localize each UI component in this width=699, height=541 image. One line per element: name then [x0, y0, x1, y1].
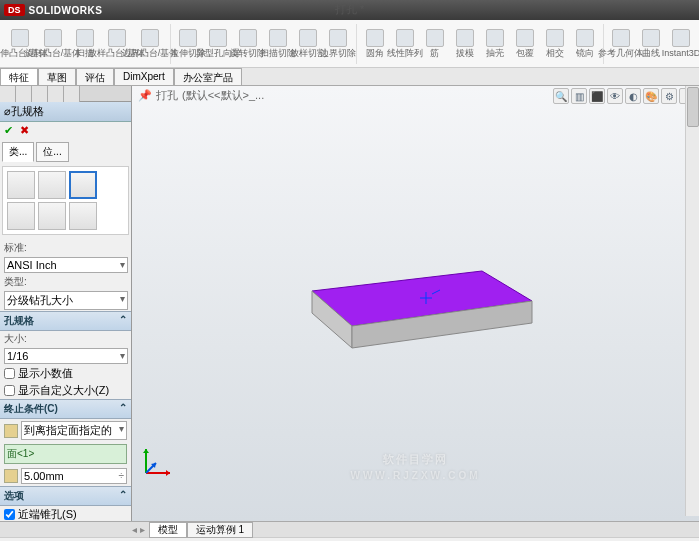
model-geometry[interactable] — [302, 236, 542, 376]
ribbon-icon — [576, 29, 594, 47]
ribbon-label: 边界切除 — [320, 48, 356, 58]
orientation-triad[interactable] — [138, 441, 178, 481]
display-style-icon[interactable]: 👁 — [607, 88, 623, 104]
decimal-checkbox[interactable] — [4, 368, 15, 379]
search-icon[interactable]: 🔍 — [553, 88, 569, 104]
ribbon-放样切割[interactable]: 放样切割 — [294, 27, 322, 60]
size-dropdown[interactable]: 1/16 — [4, 348, 128, 364]
config-tab[interactable] — [32, 86, 48, 102]
bottom-tab-模型[interactable]: 模型 — [149, 522, 187, 538]
hole-type-5[interactable] — [38, 202, 66, 230]
ribbon-参考几何体[interactable]: 参考几何体 — [607, 27, 635, 60]
breadcrumb: 📌 打孔 (默认<<默认>_... — [138, 88, 264, 103]
ribbon-扫描切除[interactable]: 扫描切除 — [264, 27, 292, 60]
ribbon-icon — [516, 29, 534, 47]
ribbon-镜向[interactable]: 镜向 — [571, 27, 599, 60]
tab-草图[interactable]: 草图 — [38, 68, 76, 85]
vertical-scrollbar[interactable] — [685, 86, 699, 516]
ribbon-label: 圆角 — [366, 48, 384, 58]
crumb-config[interactable]: (默认<<默认>_... — [182, 88, 264, 103]
custom-checkbox-row[interactable]: 显示自定义大小(Z) — [0, 382, 131, 399]
ribbon-拔模[interactable]: 拔模 — [451, 27, 479, 60]
ribbon-边界切除[interactable]: 边界切除 — [324, 27, 352, 60]
scene-icon[interactable]: ⚙ — [661, 88, 677, 104]
app-logo: DS — [4, 4, 25, 16]
ribbon-icon — [11, 29, 29, 47]
end-section-header[interactable]: 终止条件(C) — [0, 399, 131, 419]
ribbon-圆角[interactable]: 圆角 — [361, 27, 389, 60]
ribbon-icon — [366, 29, 384, 47]
ribbon-label: Instant3D — [662, 48, 699, 58]
direction-icon[interactable] — [4, 424, 18, 438]
ribbon-边界凸台/基体[interactable]: 边界凸台/基体 — [134, 27, 165, 60]
hole-type-6[interactable] — [69, 202, 97, 230]
appearance-icon[interactable]: 🎨 — [643, 88, 659, 104]
near-checkbox[interactable] — [4, 509, 15, 520]
tab-特征[interactable]: 特征 — [0, 68, 38, 85]
ribbon-icon — [546, 29, 564, 47]
tab-办公室产品[interactable]: 办公室产品 — [174, 68, 242, 85]
section-icon[interactable]: ▥ — [571, 88, 587, 104]
ok-button[interactable]: ✔ — [4, 124, 18, 138]
options-section-header[interactable]: 选项 — [0, 486, 131, 506]
ribbon: 拉伸凸台/基体旋转凸台/基体扫描放样凸台/基体边界凸台/基体拉伸切除异型孔向导旋… — [0, 20, 699, 68]
tab-评估[interactable]: 评估 — [76, 68, 114, 85]
ribbon-异型孔向导[interactable]: 异型孔向导 — [204, 27, 232, 60]
ribbon-筋[interactable]: 筋 — [421, 27, 449, 60]
position-subtab[interactable]: 位... — [36, 142, 68, 162]
panel-title: 孔规格 — [11, 104, 44, 119]
type-subtab[interactable]: 类... — [2, 142, 34, 162]
distance-input[interactable]: 5.00mm — [21, 468, 127, 484]
ribbon-icon — [486, 29, 504, 47]
custom-checkbox[interactable] — [4, 385, 15, 396]
pin-icon[interactable]: 📌 — [138, 89, 152, 102]
hole-type-3[interactable] — [69, 171, 97, 199]
ribbon-icon — [329, 29, 347, 47]
property-manager: ⌀ 孔规格 ✔ ✖ 类... 位... 标准: ANSI Inch 类型: 分级… — [0, 86, 132, 521]
type-dropdown[interactable]: 分级钻孔大小 — [4, 291, 128, 310]
ribbon-线性阵列[interactable]: 线性阵列 — [391, 27, 419, 60]
ribbon-相交[interactable]: 相交 — [541, 27, 569, 60]
end-mode-dropdown[interactable]: 到离指定面指定的 — [21, 421, 127, 440]
ribbon-icon — [672, 29, 690, 47]
near-checkbox-row[interactable]: 近端锥孔(S) — [0, 506, 131, 521]
panel-actions: ✔ ✖ — [0, 122, 131, 140]
ribbon-抽壳[interactable]: 抽壳 — [481, 27, 509, 60]
feature-tab[interactable] — [0, 86, 16, 102]
cancel-button[interactable]: ✖ — [20, 124, 34, 138]
ribbon-旋转凸台/基体[interactable]: 旋转凸台/基体 — [37, 27, 68, 60]
decimal-checkbox-row[interactable]: 显示小数值 — [0, 365, 131, 382]
hole-type-1[interactable] — [7, 171, 35, 199]
hole-type-4[interactable] — [7, 202, 35, 230]
ribbon-icon — [269, 29, 287, 47]
watermark: 软件目学网 WWW.RJZXW.COM — [350, 438, 480, 481]
ribbon-旋转切除[interactable]: 旋转切除 — [234, 27, 262, 60]
face-selection[interactable]: 面<1> — [4, 444, 127, 464]
hole-type-grid — [2, 166, 129, 235]
panel-subtabs: 类... 位... — [0, 140, 131, 164]
ribbon-icon — [209, 29, 227, 47]
svg-marker-9 — [143, 449, 149, 453]
standard-dropdown[interactable]: ANSI Inch — [4, 257, 128, 273]
hole-type-2[interactable] — [38, 171, 66, 199]
ribbon-icon — [108, 29, 126, 47]
hide-show-icon[interactable]: ◐ — [625, 88, 641, 104]
ribbon-包覆[interactable]: 包覆 — [511, 27, 539, 60]
ribbon-label: 抽壳 — [486, 48, 504, 58]
dim-tab[interactable] — [48, 86, 64, 102]
tab-DimXpert[interactable]: DimXpert — [114, 68, 174, 85]
ribbon-Instant3D[interactable]: Instant3D — [667, 27, 695, 60]
bottom-tab-运动算例 1[interactable]: 运动算例 1 — [187, 522, 253, 538]
display-tab[interactable] — [64, 86, 80, 102]
ribbon-icon — [239, 29, 257, 47]
crumb-doc[interactable]: 打孔 — [156, 88, 178, 103]
spec-section-header[interactable]: 孔规格 — [0, 311, 131, 331]
ribbon-label: 线性阵列 — [387, 48, 423, 58]
command-tabs: 特征草图评估DimXpert办公室产品 — [0, 68, 699, 86]
feature-tree-tabs — [0, 86, 131, 102]
orientation-icon[interactable]: ⬛ — [589, 88, 605, 104]
graphics-viewport[interactable]: 📌 打孔 (默认<<默认>_... 🔍▥⬛👁◐🎨⚙▾ — [132, 86, 699, 521]
ribbon-label: 包覆 — [516, 48, 534, 58]
standard-label: 标准: — [0, 240, 131, 256]
property-tab[interactable] — [16, 86, 32, 102]
